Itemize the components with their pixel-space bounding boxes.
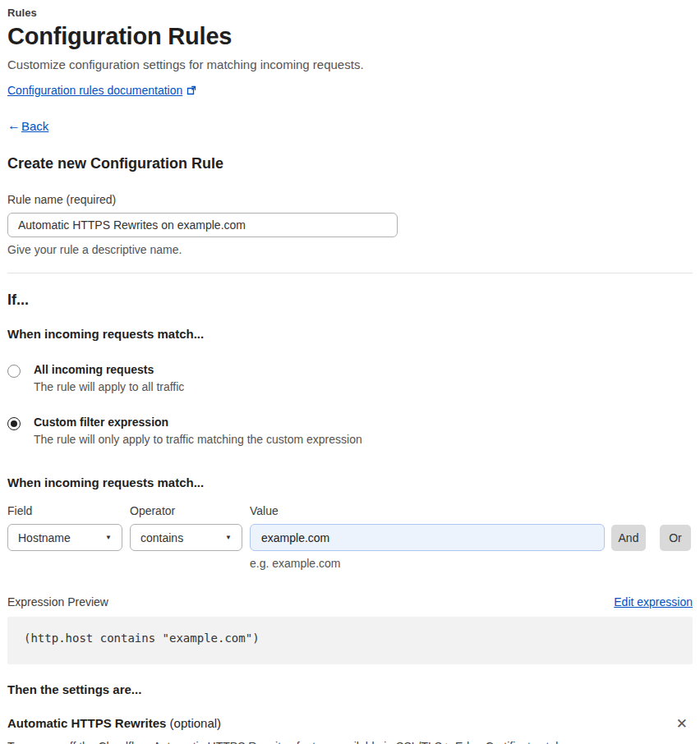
breadcrumb: Rules	[7, 7, 693, 19]
operator-select[interactable]: contains ▼	[130, 524, 242, 551]
match-label: When incoming requests match...	[7, 327, 693, 341]
radio-all-label: All incoming requests	[34, 363, 184, 376]
radio-custom-description: The rule will only apply to traffic matc…	[34, 433, 362, 446]
radio-unselected-icon[interactable]	[7, 365, 21, 378]
edit-expression-link[interactable]: Edit expression	[614, 595, 693, 609]
back-arrow-icon: ←	[7, 118, 21, 133]
setting-title: Automatic HTTPS Rewrites (optional)	[7, 716, 221, 730]
expression-preview-code: (http.host contains "example.com")	[7, 617, 693, 664]
chevron-down-icon: ▼	[225, 534, 232, 541]
back-link[interactable]: ← Back	[7, 118, 693, 133]
configuration-rules-page: Rules Configuration Rules Customize conf…	[7, 7, 693, 744]
field-column-label: Field	[7, 504, 130, 517]
radio-all-incoming-requests[interactable]: All incoming requests The rule will appl…	[7, 363, 693, 393]
expression-preview-label: Expression Preview	[7, 595, 108, 609]
value-help-text: e.g. example.com	[250, 557, 693, 570]
operator-column-label: Operator	[130, 504, 250, 517]
external-link-icon	[187, 85, 196, 95]
and-button[interactable]: And	[611, 525, 646, 551]
value-input[interactable]	[250, 524, 605, 551]
rule-name-help: Give your rule a descriptive name.	[7, 243, 693, 256]
or-button[interactable]: Or	[660, 525, 691, 551]
radio-all-description: The rule will apply to all traffic	[34, 380, 184, 393]
radio-custom-label: Custom filter expression	[34, 416, 362, 429]
back-link-label[interactable]: Back	[21, 119, 48, 133]
value-column-label: Value	[250, 504, 279, 517]
page-title: Configuration Rules	[7, 23, 693, 50]
rule-name-input[interactable]	[7, 213, 398, 237]
page-subtitle: Customize configuration settings for mat…	[7, 57, 693, 71]
section-divider	[7, 273, 693, 273]
documentation-link[interactable]: Configuration rules documentation	[7, 84, 182, 97]
rule-name-label: Rule name (required)	[7, 193, 693, 206]
operator-select-value: contains	[140, 531, 183, 544]
close-icon[interactable]: ✕	[671, 717, 693, 731]
then-section-heading: Then the settings are...	[7, 682, 693, 696]
setting-optional-label: (optional)	[166, 716, 221, 730]
if-section-heading: If...	[7, 292, 693, 309]
radio-selected-icon[interactable]	[7, 417, 21, 430]
setting-name: Automatic HTTPS Rewrites	[7, 716, 166, 730]
builder-heading: When incoming requests match...	[7, 475, 693, 489]
setting-description: Turn on or off the Cloudflare Automatic …	[7, 740, 693, 744]
field-select[interactable]: Hostname ▼	[7, 524, 122, 551]
field-select-value: Hostname	[18, 531, 71, 544]
radio-custom-filter-expression[interactable]: Custom filter expression The rule will o…	[7, 416, 693, 446]
chevron-down-icon: ▼	[105, 534, 112, 541]
create-rule-heading: Create new Configuration Rule	[7, 155, 693, 172]
